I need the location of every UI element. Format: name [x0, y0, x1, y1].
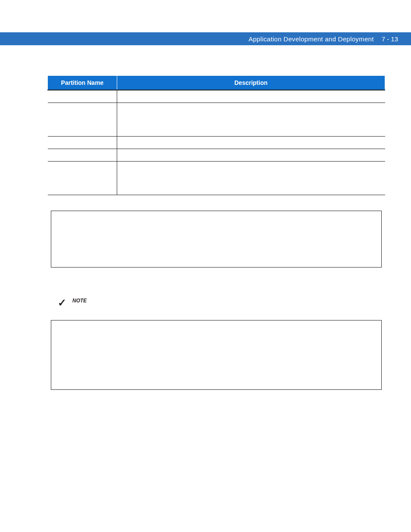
table-row: [48, 149, 385, 162]
cell-name: [48, 90, 117, 103]
cell-name: [48, 103, 117, 137]
table-row: [48, 137, 385, 149]
cell-desc: [117, 149, 385, 162]
check-icon: ✓: [58, 298, 66, 308]
cell-name: [48, 137, 117, 149]
cell-desc: [117, 90, 385, 103]
table-row: [48, 90, 385, 103]
figure-placeholder-2: [51, 320, 382, 390]
partition-table: Partition Name Description: [47, 75, 385, 195]
cell-desc: [117, 162, 385, 195]
page-content: Partition Name Description: [0, 45, 411, 390]
page-header-bar: Application Development and Deployment 7…: [0, 32, 411, 45]
cell-desc: [117, 103, 385, 137]
chapter-title: Application Development and Deployment: [249, 35, 374, 43]
table-row: [48, 162, 385, 195]
top-margin: [0, 0, 411, 32]
col-header-partition: Partition Name: [48, 76, 117, 90]
col-header-description: Description: [117, 76, 385, 90]
figure-placeholder-1: [51, 211, 382, 268]
cell-name: [48, 149, 117, 162]
cell-desc: [117, 137, 385, 149]
note-callout: ✓ NOTE: [58, 298, 377, 308]
page-number: 7 - 13: [382, 35, 398, 43]
note-label: NOTE: [72, 298, 87, 304]
cell-name: [48, 162, 117, 195]
table-row: [48, 103, 385, 137]
